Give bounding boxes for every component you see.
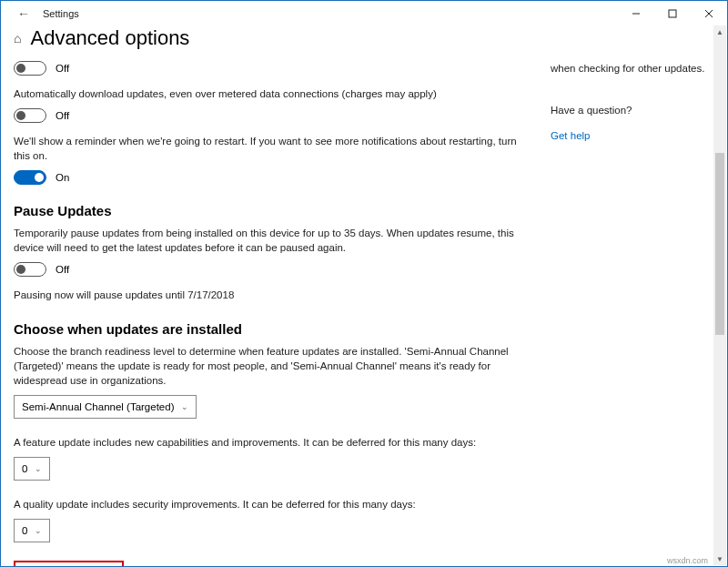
get-help-link[interactable]: Get help [551, 130, 590, 141]
branch-readiness-value: Semi-Annual Channel (Targeted) [22, 401, 174, 412]
quality-defer-value: 0 [22, 525, 27, 536]
feature-defer-value: 0 [22, 463, 27, 474]
branch-readiness-dropdown[interactable]: Semi-Annual Channel (Targeted) ⌄ [14, 395, 197, 419]
toggle-pause-updates[interactable] [14, 262, 46, 277]
highlight-annotation: Delivery Optimization [14, 561, 124, 567]
restart-reminder-description: We'll show a reminder when we're going t… [14, 134, 523, 163]
have-a-question-label: Have a question? [551, 105, 723, 116]
toggle-restart-reminder-label: On [56, 172, 69, 183]
side-checking-text: when checking for other updates. [551, 61, 723, 76]
toggle-restart-reminder[interactable] [14, 170, 46, 185]
toggle-unknown-top[interactable] [14, 61, 46, 76]
auto-download-description: Automatically download updates, even ove… [14, 86, 523, 101]
quality-update-description: A quality update includes security impro… [14, 497, 523, 511]
vertical-scrollbar[interactable]: ▲ ▼ [713, 25, 726, 565]
chevron-down-icon: ⌄ [181, 402, 188, 411]
pause-updates-heading: Pause Updates [14, 203, 523, 218]
maximize-button[interactable] [654, 1, 691, 26]
toggle-unknown-top-label: Off [56, 63, 69, 74]
pause-until-note: Pausing now will pause updates until 7/1… [14, 288, 523, 302]
scroll-up-button[interactable]: ▲ [713, 25, 726, 38]
quality-defer-dropdown[interactable]: 0 ⌄ [14, 519, 50, 542]
svg-rect-1 [669, 10, 676, 17]
feature-update-description: A feature update includes new capabiliti… [14, 435, 523, 450]
scroll-down-button[interactable]: ▼ [713, 552, 726, 565]
pause-updates-description: Temporarily pause updates from being ins… [14, 226, 523, 255]
choose-when-description: Choose the branch readiness level to det… [14, 344, 523, 388]
toggle-auto-download[interactable] [14, 108, 46, 123]
toggle-pause-updates-label: Off [56, 264, 69, 275]
back-button[interactable]: ← [10, 3, 37, 25]
feature-defer-dropdown[interactable]: 0 ⌄ [14, 457, 50, 481]
minimize-button[interactable] [618, 1, 654, 26]
close-button[interactable] [691, 1, 727, 26]
scroll-thumb[interactable] [715, 153, 724, 335]
choose-when-heading: Choose when updates are installed [14, 321, 523, 337]
home-icon[interactable]: ⌂ [14, 31, 21, 46]
window-title: Settings [37, 8, 79, 19]
chevron-down-icon: ⌄ [35, 464, 42, 473]
chevron-down-icon: ⌄ [35, 526, 42, 535]
page-title: Advanced options [30, 26, 189, 50]
watermark: wsxdn.com [667, 556, 708, 565]
toggle-auto-download-label: Off [56, 110, 69, 121]
